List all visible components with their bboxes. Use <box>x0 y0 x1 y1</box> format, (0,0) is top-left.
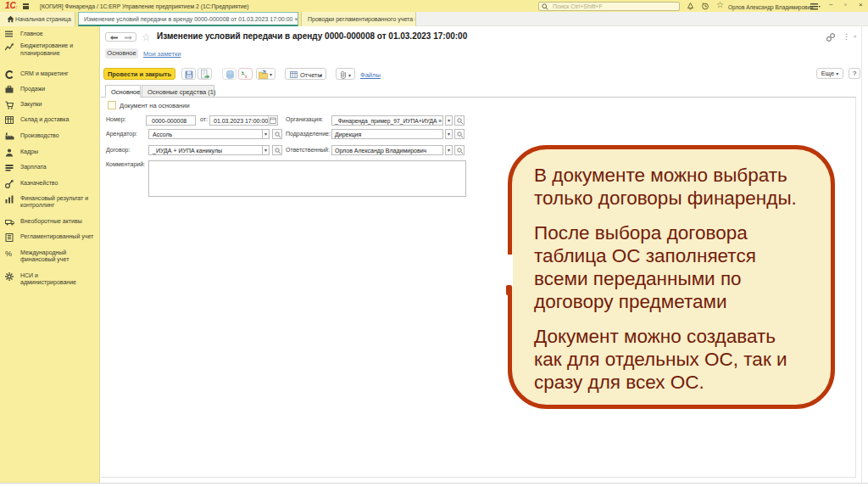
svg-text:%: % <box>5 249 12 258</box>
svg-text:х: х <box>245 74 248 79</box>
